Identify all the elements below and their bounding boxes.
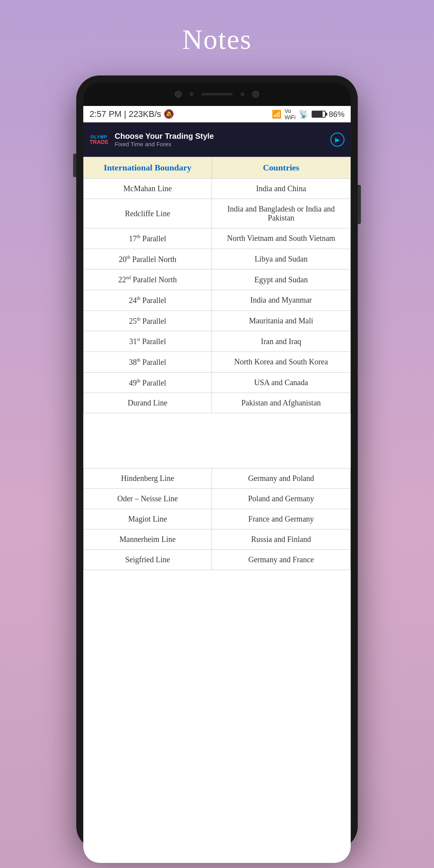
table-row: 22nd Parallel North Egypt and Sudan bbox=[84, 269, 351, 290]
boundary-countries: North Korea and South Korea bbox=[212, 352, 350, 372]
boundary-name: 38th Parallel bbox=[84, 352, 212, 372]
vo-wifi-label: VoWiFi bbox=[285, 108, 296, 120]
time-display: 2:57 PM bbox=[90, 109, 122, 119]
camera-dot-2 bbox=[252, 91, 259, 98]
table-row: Oder – Neisse Line Poland and Germany bbox=[84, 489, 351, 509]
sensor-dot bbox=[190, 92, 194, 96]
boundary-countries: India and Myanmar bbox=[212, 290, 350, 310]
table-row: Magiot Line France and Germany bbox=[84, 509, 351, 529]
phone-screen: OLYMP TRADE Choose Your Trading Style Fi… bbox=[83, 122, 351, 863]
ad-logo: OLYMP TRADE bbox=[90, 135, 108, 145]
table-row: 49th Parallel USA and Canada bbox=[84, 372, 351, 393]
boundary-name: Durand Line bbox=[84, 393, 212, 413]
boundary-name: 22nd Parallel North bbox=[84, 269, 212, 290]
table-row: 25th Parallel Mauritania and Mali bbox=[84, 310, 351, 331]
signal-icon: 📶 bbox=[272, 109, 282, 119]
network-speed: 223KB/s bbox=[129, 109, 161, 119]
table-gap bbox=[83, 413, 351, 445]
table-row: Seigfried Line Germany and France bbox=[84, 550, 351, 570]
boundary-countries: USA and Canada bbox=[212, 372, 350, 393]
wifi-icon: 📡 bbox=[299, 109, 308, 119]
camera-dot-1 bbox=[175, 91, 182, 98]
boundary-countries: Germany and France bbox=[212, 550, 350, 570]
boundary-countries: Iran and Iraq bbox=[212, 331, 350, 352]
table-row: Mannerheim Line Russia and Finland bbox=[84, 529, 351, 550]
boundary-countries: North Vietnam and South Vietnam bbox=[212, 228, 350, 249]
boundary-countries: Egypt and Sudan bbox=[212, 269, 350, 290]
page-title: Notes bbox=[182, 23, 252, 56]
boundary-countries: France and Germany bbox=[212, 509, 350, 529]
boundary-table-1: International Boundary Countries McMahan… bbox=[83, 157, 351, 413]
ad-text: Choose Your Trading Style Fixed Time and… bbox=[115, 132, 324, 147]
status-bar: 2:57 PM | 223KB/s 🔕 📶 VoWiFi 📡 86% bbox=[83, 106, 351, 122]
boundary-name: McMahan Line bbox=[84, 179, 212, 199]
table-row: 24th Parallel India and Myanmar bbox=[84, 290, 351, 310]
boundary-name: Redcliffe Line bbox=[84, 199, 212, 228]
table-row: 20th Parallel North Libya and Sudan bbox=[84, 249, 351, 269]
boundary-name: Seigfried Line bbox=[84, 550, 212, 570]
boundary-name: Oder – Neisse Line bbox=[84, 489, 212, 509]
sensor-dot-2 bbox=[240, 92, 244, 96]
boundary-name: 17th Parallel bbox=[84, 228, 212, 249]
boundary-name: 49th Parallel bbox=[84, 372, 212, 393]
boundary-name: Mannerheim Line bbox=[84, 529, 212, 550]
boundary-countries: Pakistan and Afghanistan bbox=[212, 393, 350, 413]
boundary-name: Hindenberg Line bbox=[84, 468, 212, 489]
table-row: Redcliffe Line India and Bangladesh or I… bbox=[84, 199, 351, 228]
boundary-name: 24th Parallel bbox=[84, 290, 212, 310]
boundary-countries: India and China bbox=[212, 179, 350, 199]
table-row: Hindenberg Line Germany and Poland bbox=[84, 468, 351, 489]
phone-top-bar bbox=[83, 82, 351, 106]
ad-subtitle: Fixed Time and Forex bbox=[115, 141, 324, 147]
status-time-network: 2:57 PM | 223KB/s 🔕 bbox=[90, 109, 174, 119]
table-2-container: Hindenberg Line Germany and Poland Oder … bbox=[83, 468, 351, 570]
boundary-countries: Germany and Poland bbox=[212, 468, 350, 489]
boundary-name: 31st Parallel bbox=[84, 331, 212, 352]
boundary-countries: Mauritania and Mali bbox=[212, 310, 350, 331]
boundary-countries: India and Bangladesh or India and Pakist… bbox=[212, 199, 350, 228]
boundary-countries: Poland and Germany bbox=[212, 489, 350, 509]
status-icons: 📶 VoWiFi 📡 86% bbox=[272, 108, 344, 120]
table-row: McMahan Line India and China bbox=[84, 179, 351, 199]
table-row: Durand Line Pakistan and Afghanistan bbox=[84, 393, 351, 413]
power-button bbox=[358, 185, 361, 224]
ad-logo-bottom: TRADE bbox=[90, 139, 108, 145]
col-header-boundary: International Boundary bbox=[84, 157, 212, 179]
boundary-name: Magiot Line bbox=[84, 509, 212, 529]
table-row: 17th Parallel North Vietnam and South Vi… bbox=[84, 228, 351, 249]
battery-percent: 86% bbox=[329, 110, 344, 119]
boundary-name: 20th Parallel North bbox=[84, 249, 212, 269]
table-row: 38th Parallel North Korea and South Kore… bbox=[84, 352, 351, 372]
ad-title: Choose Your Trading Style bbox=[115, 132, 324, 141]
boundary-countries: Libya and Sudan bbox=[212, 249, 350, 269]
battery-icon bbox=[312, 111, 326, 118]
table-row: 31st Parallel Iran and Iraq bbox=[84, 331, 351, 352]
table-1-container: International Boundary Countries McMahan… bbox=[83, 157, 351, 413]
boundary-name: 25th Parallel bbox=[84, 310, 212, 331]
phone-shell: 2:57 PM | 223KB/s 🔕 📶 VoWiFi 📡 86% OLYMP… bbox=[76, 75, 358, 850]
volume-button bbox=[73, 154, 76, 177]
boundary-countries: Russia and Finland bbox=[212, 529, 350, 550]
speaker-bar bbox=[201, 93, 233, 95]
ad-banner[interactable]: OLYMP TRADE Choose Your Trading Style Fi… bbox=[83, 122, 351, 157]
ad-play-button[interactable]: ▶ bbox=[330, 133, 344, 147]
col-header-countries: Countries bbox=[212, 157, 350, 179]
boundary-table-2: Hindenberg Line Germany and Poland Oder … bbox=[83, 468, 351, 570]
